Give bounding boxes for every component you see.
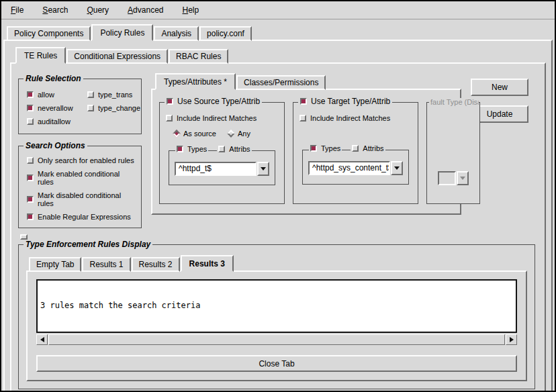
checkbox-mark-disabled-indicator: [27, 196, 34, 203]
source-types-heads: Types Attribs: [175, 145, 252, 153]
close-tab-button[interactable]: Close Tab: [36, 355, 517, 372]
checkbox-neverallow-indicator: [27, 105, 34, 111]
target-indirect-indicator: [299, 115, 306, 121]
rule-selection-title: Rule Selection: [24, 74, 83, 83]
source-type-group: Use Source Type/Attrib Include Indirect …: [159, 102, 285, 204]
tab-analysis[interactable]: Analysis: [154, 26, 199, 41]
radio-as-source[interactable]: As source: [174, 130, 216, 138]
horizontal-scrollbar[interactable]: [36, 334, 517, 345]
types-attribs-pane: Use Source Type/Attrib Include Indirect …: [151, 89, 461, 215]
checkbox-type-trans-indicator: [87, 91, 94, 98]
checkbox-regex-label: Enable Regular Expressions: [38, 213, 131, 221]
scroll-left-button[interactable]: [36, 334, 48, 345]
chevron-down-icon: [460, 177, 465, 180]
policy-rules-pane: TE Rules Conditional Expressions RBAC Ru…: [3, 40, 553, 392]
source-type-entry[interactable]: ^httpd_t$: [175, 162, 257, 176]
tab-policy-components[interactable]: Policy Components: [7, 26, 91, 41]
source-attribs-indicator: [218, 146, 225, 152]
target-attribs-label: Attribs: [363, 144, 383, 152]
checkbox-neverallow[interactable]: neverallow: [27, 104, 87, 112]
results-pane: 3 rules match the search criteria (5822)…: [26, 271, 527, 381]
main-tabbar: Policy Components Policy Rules Analysis …: [7, 24, 555, 41]
target-types-checkbox[interactable]: Types: [309, 144, 342, 152]
results-textbox[interactable]: 3 rules match the search criteria (5822)…: [36, 279, 517, 333]
checkbox-neverallow-label: neverallow: [38, 104, 73, 112]
tab-te-rules[interactable]: TE Rules: [15, 47, 66, 64]
default-type-label: fault Type (Disa: [429, 98, 479, 106]
use-target-checkbox[interactable]: Use Target Type/Attrib: [298, 97, 392, 106]
tab-empty-tab[interactable]: Empty Tab: [29, 257, 81, 272]
chevron-down-icon: [394, 166, 400, 170]
target-indirect-checkbox[interactable]: Include Indirect Matches: [299, 114, 412, 122]
new-button[interactable]: New: [471, 79, 528, 96]
tab-classes-permissions[interactable]: Classes/Permissions: [236, 75, 326, 90]
checkbox-auditallow[interactable]: auditallow: [27, 117, 87, 126]
use-target-label: Use Target Type/Attrib: [311, 97, 390, 106]
checkbox-mark-enabled[interactable]: Mark enabled conditional rules: [27, 170, 137, 186]
checkbox-type-trans[interactable]: type_trans: [87, 91, 140, 99]
source-attribs-checkbox[interactable]: Attribs: [217, 145, 251, 153]
menu-file[interactable]: File: [11, 5, 24, 15]
menu-query[interactable]: Query: [87, 5, 109, 15]
scroll-right-button[interactable]: [506, 334, 517, 345]
tab-results-2[interactable]: Results 2: [132, 257, 180, 272]
tab-rbac-rules[interactable]: RBAC Rules: [169, 49, 228, 64]
menu-help[interactable]: Help: [182, 5, 199, 15]
search-options-title: Search Options: [24, 141, 87, 150]
rule-selection-grid: allow neverallow auditallow: [27, 88, 137, 128]
source-types-indicator: [177, 146, 183, 152]
tab-results-1[interactable]: Results 1: [82, 257, 130, 272]
checkbox-mark-enabled-indicator: [27, 175, 34, 181]
arrow-left-icon: [40, 337, 44, 342]
sash-handle[interactable]: [20, 234, 28, 240]
tab-policy-conf[interactable]: policy.conf: [199, 26, 252, 41]
arrow-right-icon: [510, 337, 514, 342]
results-tabbar: Empty Tab Results 1 Results 2 Results 3: [29, 255, 527, 272]
checkbox-allow[interactable]: allow: [27, 91, 87, 99]
source-indirect-checkbox[interactable]: Include Indirect Matches: [166, 114, 278, 122]
target-type-entry[interactable]: ^httpd_sys_content_t$: [308, 161, 390, 175]
use-source-label: Use Source Type/Attrib: [177, 97, 260, 106]
app-window: File Search Query Advanced Help Policy C…: [0, 0, 556, 392]
default-type-entry: [438, 171, 456, 185]
target-type-dropdown-button[interactable]: [391, 161, 403, 175]
source-attribs-label: Attribs: [229, 145, 250, 153]
use-source-checkbox[interactable]: Use Source Type/Attrib: [165, 97, 262, 106]
radio-as-source-label: As source: [183, 130, 216, 138]
target-type-combobox: ^httpd_sys_content_t$: [308, 161, 403, 175]
checkbox-regex[interactable]: Enable Regular Expressions: [27, 213, 137, 221]
target-attribs-indicator: [352, 145, 359, 152]
checkbox-only-enabled-label: Only search for enabled rules: [38, 156, 134, 164]
target-type-group: Use Target Type/Attrib Include Indirect …: [293, 102, 418, 204]
source-types-box: Types Attribs ^httpd_t$: [169, 150, 275, 185]
source-type-dropdown-button[interactable]: [257, 162, 269, 176]
tab-types-attributes[interactable]: Types/Attributes *: [155, 73, 236, 90]
results-summary: 3 rules match the search criteria: [40, 301, 513, 311]
use-source-indicator: [167, 98, 173, 105]
tab-results-3[interactable]: Results 3: [181, 255, 234, 272]
menu-advanced[interactable]: Advanced: [128, 5, 163, 15]
checkbox-mark-disabled[interactable]: Mark disabled conditional rules: [27, 191, 137, 207]
target-attribs-checkbox[interactable]: Attribs: [351, 144, 385, 152]
checkbox-type-change[interactable]: type_change: [87, 104, 140, 112]
rule-selection-group: Rule Selection allow neverallow: [18, 79, 142, 134]
menu-search[interactable]: Search: [42, 5, 68, 15]
tab-policy-rules[interactable]: Policy Rules: [91, 24, 153, 41]
sub-tabbar: TE Rules Conditional Expressions RBAC Ru…: [15, 47, 547, 64]
chevron-down-icon: [261, 167, 266, 170]
source-types-checkbox[interactable]: Types: [175, 145, 208, 153]
source-scope-radios: As source Any: [166, 130, 278, 138]
checkbox-type-change-label: type_change: [98, 104, 140, 112]
scrollbar-thumb[interactable]: [48, 334, 505, 345]
radio-any[interactable]: Any: [228, 130, 250, 138]
checkbox-mark-enabled-label: Mark enabled conditional rules: [38, 170, 137, 186]
radio-any-indicator: [227, 130, 234, 137]
checkbox-only-enabled-indicator: [27, 157, 34, 164]
checkbox-type-change-indicator: [87, 105, 94, 111]
checkbox-allow-indicator: [27, 91, 34, 98]
checkbox-auditallow-indicator: [27, 118, 34, 125]
tab-conditional-expressions[interactable]: Conditional Expressions: [66, 49, 168, 64]
search-options-group: Search Options Only search for enabled r…: [18, 146, 142, 228]
checkbox-only-enabled[interactable]: Only search for enabled rules: [27, 156, 137, 164]
checkbox-allow-label: allow: [38, 91, 54, 99]
